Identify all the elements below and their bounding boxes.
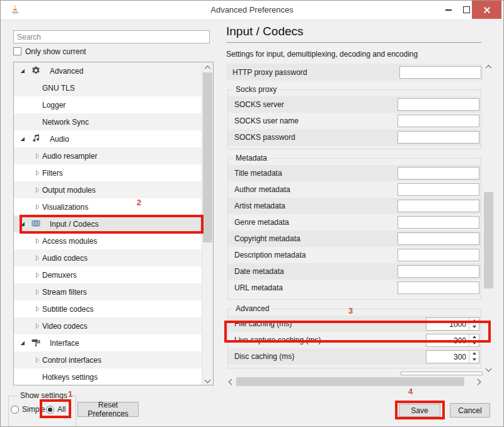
save-button[interactable]: Save bbox=[399, 404, 440, 417]
scroll-down-icon[interactable] bbox=[483, 363, 494, 373]
collapsed-triangle-icon[interactable] bbox=[34, 356, 41, 363]
genre-metadata-input[interactable] bbox=[398, 216, 479, 229]
scroll-right-icon[interactable] bbox=[472, 377, 483, 387]
spin-up-icon[interactable] bbox=[469, 334, 479, 341]
tree-item-audio-resampler[interactable]: Audio resampler bbox=[14, 147, 203, 164]
collapsed-triangle-icon[interactable] bbox=[34, 288, 41, 295]
spin-down-icon[interactable] bbox=[469, 340, 479, 346]
tree-item-access-modules[interactable]: Access modules bbox=[14, 232, 203, 249]
panel-scrollbar-thumb[interactable] bbox=[484, 192, 493, 288]
url-metadata-input[interactable] bbox=[398, 282, 479, 294]
expanded-triangle-icon[interactable] bbox=[19, 67, 26, 74]
collapsed-triangle-icon[interactable] bbox=[34, 186, 41, 193]
tree-item-interface[interactable]: Interface bbox=[14, 334, 203, 351]
collapsed-triangle-icon[interactable] bbox=[34, 305, 41, 312]
collapsed-triangle-icon[interactable] bbox=[34, 322, 41, 329]
tree-item-filters[interactable]: Filters bbox=[14, 164, 203, 181]
field-row-description-metadata: Description metadata bbox=[228, 247, 481, 263]
field-label: Author metadata bbox=[234, 185, 290, 194]
close-button[interactable] bbox=[472, 1, 501, 19]
author-metadata-input[interactable] bbox=[398, 183, 479, 196]
panel-scrollbar[interactable] bbox=[483, 62, 494, 373]
scroll-left-icon[interactable] bbox=[226, 377, 236, 387]
collapsed-triangle-icon[interactable] bbox=[34, 237, 41, 244]
horizontal-scrollbar-thumb[interactable] bbox=[236, 377, 464, 386]
title-metadata-input[interactable] bbox=[398, 167, 479, 179]
tree-item-visualizations[interactable]: Visualizations bbox=[14, 198, 203, 215]
description-metadata-input[interactable] bbox=[398, 249, 479, 261]
annotation-number-2: 2 bbox=[137, 198, 141, 207]
collapsed-triangle-icon[interactable] bbox=[34, 254, 41, 261]
minimize-button[interactable] bbox=[440, 1, 457, 19]
radio-all-circle[interactable] bbox=[46, 406, 54, 414]
tree-item-audio[interactable]: Audio bbox=[14, 130, 203, 147]
tree-item-advanced[interactable]: Advanced bbox=[14, 62, 203, 79]
file-caching-ms-spinbox[interactable]: 1000 bbox=[426, 317, 479, 331]
spin-down-icon[interactable] bbox=[469, 324, 479, 330]
scroll-down-icon[interactable] bbox=[202, 375, 213, 385]
tree-item-label: Subtitle codecs bbox=[14, 305, 93, 314]
tree-item-logger[interactable]: Logger bbox=[14, 96, 203, 113]
tree-item-subtitle-codecs[interactable]: Subtitle codecs bbox=[14, 300, 203, 317]
window-title: Advanced Preferences bbox=[1, 5, 503, 14]
date-metadata-input[interactable] bbox=[398, 265, 479, 278]
spinbox-value[interactable]: 300 bbox=[427, 334, 469, 346]
disc-caching-ms-spinbox[interactable]: 300 bbox=[426, 350, 479, 363]
tree-scrollbar[interactable] bbox=[202, 62, 213, 385]
tree-item-stream-filters[interactable]: Stream filters bbox=[14, 283, 203, 300]
scroll-up-icon[interactable] bbox=[483, 62, 494, 72]
scroll-up-icon[interactable] bbox=[202, 62, 213, 72]
only-show-current-checkbox[interactable] bbox=[13, 47, 21, 55]
tree-item-network-sync[interactable]: Network Sync bbox=[14, 113, 203, 130]
expanded-triangle-icon[interactable] bbox=[19, 220, 26, 227]
field-row-socks-user-name: SOCKS user name bbox=[228, 113, 481, 129]
tree-item-label: Hotkeys settings bbox=[14, 373, 98, 382]
spin-up-icon[interactable] bbox=[469, 318, 479, 324]
field-row-disc-caching-ms: Disc caching (ms)300 bbox=[228, 348, 481, 365]
collapsed-triangle-icon[interactable] bbox=[34, 203, 41, 210]
cancel-button[interactable]: Cancel bbox=[450, 403, 490, 418]
tree-scrollbar-thumb[interactable] bbox=[203, 72, 212, 242]
tree-item-audio-codecs[interactable]: Audio codecs bbox=[14, 249, 203, 266]
filmstrip-icon bbox=[31, 219, 41, 229]
collapsed-triangle-icon[interactable] bbox=[34, 152, 41, 159]
field-row-author-metadata: Author metadata bbox=[228, 181, 481, 198]
tree-item-output-modules[interactable]: Output modules bbox=[14, 181, 203, 198]
collapsed-triangle-icon[interactable] bbox=[34, 271, 41, 278]
title-bar: Advanced Preferences bbox=[1, 1, 503, 20]
tree-item-gnu-tls[interactable]: GNU TLS bbox=[14, 79, 203, 96]
tree-item-control-interfaces[interactable]: Control interfaces bbox=[14, 351, 203, 368]
socks-user-name-input[interactable] bbox=[398, 115, 479, 127]
radio-simple-circle[interactable] bbox=[11, 406, 19, 414]
socks-server-input[interactable] bbox=[398, 98, 479, 111]
spinbox-value[interactable]: 1000 bbox=[427, 318, 469, 330]
collapsed-triangle-icon[interactable] bbox=[34, 169, 41, 176]
expanded-triangle-icon[interactable] bbox=[19, 135, 26, 142]
tree-item-demuxers[interactable]: Demuxers bbox=[14, 266, 203, 283]
field-label: HTTP proxy password bbox=[232, 68, 307, 77]
socks-password-input[interactable] bbox=[398, 131, 479, 144]
field-label: Date metadata bbox=[234, 267, 284, 276]
search-input[interactable] bbox=[13, 30, 210, 43]
spinbox-value[interactable]: 300 bbox=[427, 351, 469, 363]
radio-simple[interactable]: Simple bbox=[11, 405, 45, 414]
tree-item-label: Video codecs bbox=[14, 322, 88, 331]
spin-down-icon[interactable] bbox=[469, 356, 479, 363]
page-title: Input / Codecs bbox=[226, 25, 304, 38]
reset-preferences-button[interactable]: Reset Preferences bbox=[77, 402, 139, 417]
annotation-number-1: 1 bbox=[68, 389, 72, 399]
panel-horizontal-scrollbar[interactable] bbox=[226, 377, 483, 387]
tree-item-input-codecs[interactable]: Input / Codecs bbox=[14, 215, 203, 232]
radio-all[interactable]: All bbox=[46, 405, 66, 414]
field-label: Description metadata bbox=[234, 251, 306, 259]
copyright-metadata-input[interactable] bbox=[398, 232, 479, 245]
expanded-triangle-icon[interactable] bbox=[19, 339, 26, 346]
only-show-current-row: Only show current bbox=[13, 47, 86, 56]
tree-item-hotkeys-settings[interactable]: Hotkeys settings bbox=[14, 368, 203, 385]
live-capture-caching-ms-spinbox[interactable]: 300 bbox=[426, 334, 479, 347]
http-proxy-password-input[interactable] bbox=[399, 66, 481, 79]
tree-item-label: Output modules bbox=[14, 186, 96, 195]
spin-up-icon[interactable] bbox=[469, 351, 479, 357]
artist-metadata-input[interactable] bbox=[398, 200, 479, 212]
tree-item-video-codecs[interactable]: Video codecs bbox=[14, 317, 203, 334]
